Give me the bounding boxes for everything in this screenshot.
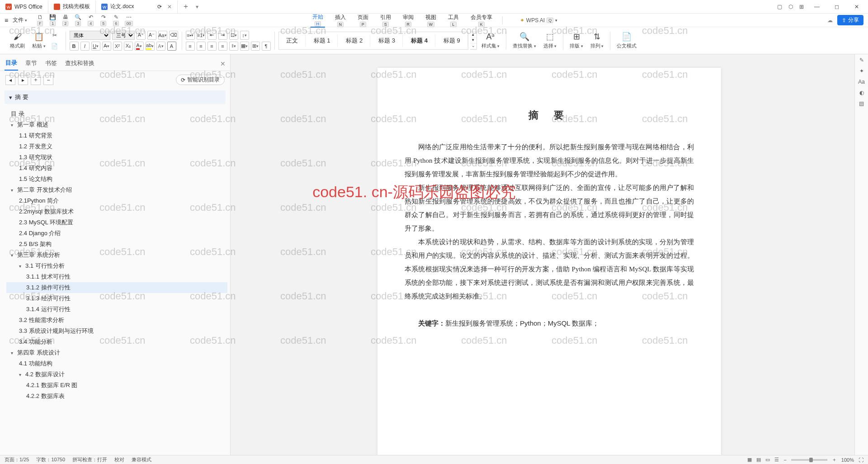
outline-item[interactable]: 4.2.2 数据库表: [6, 391, 227, 402]
qat-undo[interactable]: ↶4: [86, 15, 96, 25]
zoom-in-button[interactable]: ＋: [832, 456, 837, 463]
copy-button[interactable]: 📄: [50, 42, 59, 51]
style-heading4[interactable]: 标题 4: [404, 35, 435, 47]
outline-item[interactable]: 3.1.3 经济可行性: [6, 293, 227, 304]
outline-item[interactable]: ▾第二章 开发技术介绍: [6, 185, 227, 195]
outline-item[interactable]: 2.4 Django 介绍: [6, 228, 227, 239]
select-button[interactable]: ⬚选择: [541, 31, 560, 50]
zoom-slider[interactable]: [791, 459, 827, 461]
outline-item[interactable]: 4.1 功能结构: [6, 358, 227, 369]
format-painter-button[interactable]: 🖌格式刷: [7, 31, 28, 50]
grid-icon[interactable]: ⊞: [799, 4, 804, 10]
style-heading9[interactable]: 标题 9: [436, 35, 468, 47]
refresh-icon[interactable]: ⟳: [157, 4, 162, 10]
underline-button[interactable]: U: [91, 42, 100, 51]
sidepanel-current-heading[interactable]: ▾摘 要: [5, 90, 226, 104]
sp-tab-chapter[interactable]: 章节: [24, 57, 38, 70]
outline-remove-button[interactable]: −: [43, 75, 53, 85]
zoom-out-button[interactable]: −: [783, 457, 786, 463]
view-read-icon[interactable]: ▤: [756, 457, 761, 463]
pencil-icon[interactable]: ✎: [859, 57, 864, 63]
new-tab-button[interactable]: ＋: [178, 2, 194, 11]
cube-icon[interactable]: ⬡: [788, 4, 793, 10]
close-button[interactable]: ✕: [850, 4, 863, 10]
outline-right-button[interactable]: ▸: [18, 75, 28, 85]
multilevel-button[interactable]: ⊡: [229, 31, 238, 40]
qat-new[interactable]: 🗋F: [35, 15, 45, 25]
close-icon[interactable]: ✕: [167, 4, 172, 10]
shading-button[interactable]: A: [156, 42, 165, 51]
qat-print[interactable]: 🖶2: [61, 15, 71, 25]
menu-tools[interactable]: 工具L: [446, 14, 461, 27]
qat-preview[interactable]: 🔍3: [73, 15, 83, 25]
decrease-font-button[interactable]: A⁻: [147, 31, 156, 40]
outline-left-button[interactable]: ◂: [5, 75, 15, 85]
outline-item[interactable]: ▾3.1 可行性分析: [6, 260, 227, 271]
menu-reference[interactable]: 引用S: [378, 14, 393, 27]
bold-button[interactable]: B: [70, 42, 79, 51]
styles-expand-button[interactable]: ⌄: [470, 43, 476, 49]
cut-button[interactable]: ✂: [50, 31, 59, 40]
sidepanel-close-icon[interactable]: ✕: [220, 60, 226, 67]
style-body[interactable]: 正文: [279, 35, 306, 47]
menu-wps-ai[interactable]: ✦ WPS AI Q ▾: [520, 17, 557, 24]
outline-item[interactable]: ▾第四章 系统设计: [6, 347, 227, 358]
outline-item[interactable]: 4.2.1 数据库 E/R 图: [6, 380, 227, 391]
qat-more[interactable]: ⋯00: [124, 15, 134, 25]
align-right-button[interactable]: ≡: [208, 42, 217, 51]
align-left-button[interactable]: ≡: [186, 42, 195, 51]
increase-font-button[interactable]: A⁺: [137, 31, 146, 40]
font-size-select[interactable]: 三号: [112, 31, 135, 40]
increase-indent-button[interactable]: ⇥: [218, 31, 227, 40]
menu-vip[interactable]: 会员专享K: [469, 14, 494, 27]
line-spacing-button[interactable]: ↕: [240, 31, 249, 40]
menu-home[interactable]: 开始H: [311, 13, 325, 28]
shapes-icon[interactable]: ◐: [859, 90, 864, 96]
outline-item[interactable]: 1.3 研究现状: [6, 152, 227, 163]
status-proof[interactable]: 校对: [114, 456, 124, 463]
view-outline-icon[interactable]: ☰: [774, 457, 779, 463]
menu-insert[interactable]: 插入N: [333, 14, 348, 27]
clear-format-button[interactable]: ⌫: [169, 31, 178, 40]
styles-up-button[interactable]: ▴: [470, 32, 476, 38]
outline-item[interactable]: 3.3 系统设计规则与运行环境: [6, 326, 227, 336]
outline-item[interactable]: 3.1.2 操作可行性: [6, 282, 227, 293]
strikethrough-button[interactable]: A̶: [102, 42, 111, 51]
superscript-button[interactable]: X²: [113, 42, 122, 51]
smart-toc-button[interactable]: ⟳智能识别目录: [176, 75, 225, 85]
style-icon[interactable]: Aa: [858, 79, 865, 85]
layout-button[interactable]: ⊞排版: [567, 31, 586, 50]
find-replace-button[interactable]: 🔍查找替换: [510, 31, 539, 50]
outline-item[interactable]: 1.1 研究背景: [6, 130, 227, 141]
outline-item[interactable]: 2.3 MySQL 环境配置: [6, 217, 227, 228]
style-heading2[interactable]: 标题 2: [339, 35, 370, 47]
menu-review[interactable]: 审阅R: [401, 14, 415, 27]
outline-item[interactable]: ▾第三章 系统分析: [6, 250, 227, 260]
styles-down-button[interactable]: ▾: [470, 38, 476, 43]
font-select[interactable]: 黑体: [70, 31, 110, 40]
outline-item[interactable]: 2.5 B/S 架构: [6, 239, 227, 250]
outline-item[interactable]: 3.2 性能需求分析: [6, 315, 227, 326]
status-spellcheck[interactable]: 拼写检查：打开: [72, 456, 107, 463]
outline-item[interactable]: 1.4 研究内容: [6, 163, 227, 174]
outline-item[interactable]: 2.2mysql 数据库技术: [6, 206, 227, 217]
change-case-button[interactable]: Aa: [158, 31, 167, 40]
outline-item[interactable]: 3.1.4 运行可行性: [6, 304, 227, 315]
style-heading3[interactable]: 标题 3: [371, 35, 403, 47]
borders-button[interactable]: ⊞: [251, 42, 260, 51]
tab-wps-office[interactable]: W WPS Office: [0, 0, 48, 13]
outline-item[interactable]: 1.5 论文结构: [6, 174, 227, 185]
menu-page[interactable]: 页面P: [356, 14, 370, 27]
view-print-icon[interactable]: ▦: [747, 457, 752, 463]
tab-templates[interactable]: 找稿壳模板: [48, 0, 96, 13]
bullets-button[interactable]: ≡•: [186, 31, 195, 40]
distribute-button[interactable]: ⫴: [229, 42, 238, 51]
outline-item[interactable]: ▾4.2 数据库设计: [6, 369, 227, 380]
decrease-indent-button[interactable]: ⇤: [208, 31, 217, 40]
italic-button[interactable]: I: [80, 42, 90, 51]
outline-item[interactable]: 目 录: [6, 109, 227, 119]
hamburger-icon[interactable]: ≡: [5, 17, 8, 24]
status-page[interactable]: 页面：1/25: [5, 456, 29, 463]
qat-save[interactable]: 💾1: [48, 15, 58, 25]
align-center-button[interactable]: ≡: [197, 42, 206, 51]
